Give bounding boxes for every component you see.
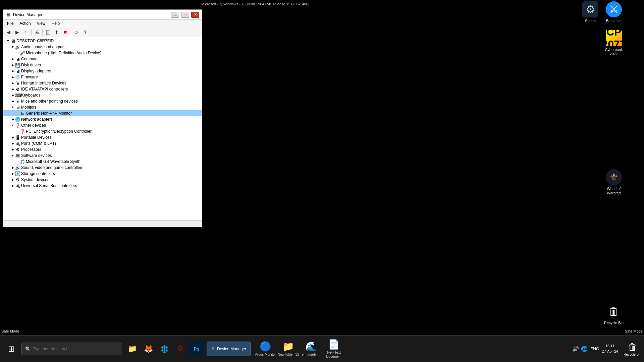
tree-other-devices[interactable]: ▼ ❓ Other devices [3, 122, 202, 128]
tree-firmware[interactable]: ▶ 💿 Firmware [3, 74, 202, 80]
tree-pci[interactable]: ▶ ❓ PCI Encryption/Decryption Controller [3, 128, 202, 134]
wow-label: World of Warcraft [600, 187, 627, 195]
minimize-button[interactable]: — [171, 12, 179, 18]
tree-audio[interactable]: ▼ 🔊 Audio inputs and outputs [3, 44, 202, 50]
toolbar-scan[interactable]: ⟳ [72, 28, 80, 36]
tree-usb[interactable]: ▶ 🔌 Universal Serial Bus controllers [3, 183, 202, 189]
sound-label: Sound, video and game controllers [21, 165, 83, 170]
argus-label: Argus Monitor [255, 353, 276, 357]
computer-label: Computer [21, 57, 39, 61]
tree-hid[interactable]: ▶ 🖱 Human Interface Devices [3, 80, 202, 86]
tree-ide[interactable]: ▶ ⚙ IDE ATA/ATAPI controllers [3, 86, 202, 92]
tray-network-icon[interactable]: 🌐 [581, 346, 588, 352]
mice-label: Mice and other pointing devices [21, 99, 78, 104]
tree-portable[interactable]: ▶ 📱 Portable Devices [3, 134, 202, 140]
network-icon: 🌐 [15, 117, 20, 122]
emi-martin-taskbar[interactable]: 🌊 emi-martin... [300, 341, 322, 357]
wow-desktop-icon[interactable]: ⚜ World of Warcraft [600, 169, 627, 195]
battlenet-desktop-icon[interactable]: ⚔ Battle.net [600, 1, 627, 23]
disk-label: Disk drives [21, 63, 41, 67]
tree-monitors[interactable]: ▼ 🖥 Monitors [3, 104, 202, 110]
tree-root-computer[interactable]: ▼ 🖥 DESKTOP-C8R7FID [3, 38, 202, 44]
display-icon: 🖥 [15, 68, 20, 74]
text-icon: 📄 [328, 339, 340, 350]
taskbar-file-explorer[interactable]: 📁 [125, 342, 140, 356]
taskbar-search-box[interactable]: 🔍 [21, 343, 122, 355]
new-text-taskbar[interactable]: 📄 New Text Docume... [323, 339, 344, 359]
tree-ports[interactable]: ▶ 🔌 Ports (COM & LPT) [3, 140, 202, 146]
toolbar-update-driver[interactable]: ⬆ [53, 28, 61, 36]
search-input[interactable] [33, 347, 118, 351]
recycle-bin-label: Recycle Bin [604, 321, 624, 325]
taskbar-firefox[interactable]: 🦊 [141, 342, 156, 356]
taskbar-chrome[interactable]: 🌐 [157, 342, 172, 356]
maximize-button[interactable]: □ [181, 12, 189, 18]
argus-icon: 🔵 [260, 341, 271, 352]
taskbar-device-manager[interactable]: 🖥 Device Manager [207, 342, 251, 356]
synth-icon: 🎵 [20, 159, 25, 164]
windows-build-info: Microsoft (R) Windows (R) (Build 19041.v… [201, 2, 309, 6]
device-manager-window: 🖥 Device Manager — □ ✕ File Action View … [3, 9, 202, 227]
tray-volume-icon[interactable]: 🔊 [572, 346, 579, 352]
tree-computer[interactable]: ▶ 🖥 Computer [3, 56, 202, 62]
tray-date: 27-Apr-24 [602, 349, 618, 354]
computer-category-icon: 🖥 [15, 56, 20, 62]
ide-label: IDE ATA/ATAPI controllers [21, 87, 68, 92]
toolbar-back[interactable]: ◀ [4, 28, 12, 36]
portable-label: Portable Devices [21, 135, 52, 140]
portable-expand: ▶ [10, 135, 15, 140]
system-tray: 🔊 🌐 ENG 16:11 27-Apr-24 🗑 Recycle Bin [572, 342, 641, 356]
close-button[interactable]: ✕ [191, 12, 199, 18]
tray-language[interactable]: ENG [590, 347, 599, 351]
tree-network[interactable]: ▶ 🌐 Network adapters [3, 116, 202, 122]
argus-monitor-taskbar[interactable]: 🔵 Argus Monitor [255, 341, 276, 357]
dm-window-icon: 🖥 [6, 12, 11, 17]
start-button[interactable]: ⊞ [3, 340, 20, 358]
toolbar-properties[interactable]: 📋 [44, 28, 52, 36]
processors-expand: ▶ [10, 147, 15, 152]
tree-keyboards[interactable]: ▶ ⌨ Keyboards [3, 92, 202, 98]
toolbar-uninstall[interactable]: ✖ [61, 28, 69, 36]
battlenet-icon: ⚔ [606, 1, 622, 17]
toolbar-up[interactable]: ↑ [22, 28, 30, 36]
battlenet-label: Battle.net [606, 19, 622, 23]
tree-display-adapters[interactable]: ▶ 🖥 Display adapters [3, 68, 202, 74]
pci-icon: ❓ [20, 129, 25, 134]
menu-action[interactable]: Action [17, 20, 33, 26]
toolbar-help[interactable]: ? [81, 28, 89, 36]
tree-system[interactable]: ▶ ⚙ System devices [3, 177, 202, 183]
tree-generic-monitor[interactable]: ▶ 🖥 Generic Non-PnP Monitor [3, 110, 202, 116]
menu-view[interactable]: View [34, 20, 48, 26]
computer-expand: ▶ [10, 57, 15, 61]
start-icon: ⊞ [8, 344, 15, 354]
display-label: Display adapters [21, 69, 51, 73]
toolbar-print[interactable]: 🖨 [33, 28, 41, 36]
taskbar-opera[interactable]: O [173, 342, 188, 356]
recycle-bin-tray[interactable]: 🗑 Recycle Bin [624, 342, 641, 356]
steam-desktop-icon[interactable]: ⚙ Steam [577, 1, 604, 23]
safe-mode-bottom-right: Safe Mode [625, 329, 643, 333]
recycle-bin-desktop-icon[interactable]: 🗑 Recycle Bin [600, 303, 627, 325]
tray-clock[interactable]: 16:11 27-Apr-24 [602, 344, 618, 354]
tree-storage[interactable]: ▶ 💽 Storage controllers [3, 171, 202, 177]
taskbar-photoshop[interactable]: Ps [189, 342, 204, 356]
toolbar-forward[interactable]: ▶ [13, 28, 21, 36]
recycle-tray-icon: 🗑 [628, 342, 637, 353]
new-folder-taskbar[interactable]: 📁 New folder (2) [277, 341, 299, 357]
tree-ms-synth[interactable]: ▶ 🎵 Microsoft GS Wavetable Synth [3, 159, 202, 165]
tree-microphone[interactable]: ▶ 🎤 Microphone (High Definition Audio De… [3, 50, 202, 56]
sound-icon: 🔊 [15, 165, 20, 170]
tree-mice[interactable]: ▶ 🖱 Mice and other pointing devices [3, 98, 202, 104]
cyberpunk-desktop-icon[interactable]: CP2077 Cyberpunk 2077 [600, 30, 627, 56]
recycle-bin-icon: 🗑 [606, 303, 622, 319]
monitors-icon: 🖥 [15, 105, 20, 110]
tree-processors[interactable]: ▶ ⚙ Processors [3, 146, 202, 153]
menu-help[interactable]: Help [49, 20, 63, 26]
storage-label: Storage controllers [21, 171, 55, 176]
firmware-icon: 💿 [15, 74, 20, 80]
tree-software-devices[interactable]: ▼ 💻 Software devices [3, 153, 202, 159]
menu-file[interactable]: File [4, 20, 16, 26]
tree-disk-drives[interactable]: ▶ 💾 Disk drives [3, 62, 202, 68]
tree-sound[interactable]: ▶ 🔊 Sound, video and game controllers [3, 165, 202, 171]
ports-expand: ▶ [10, 141, 15, 146]
